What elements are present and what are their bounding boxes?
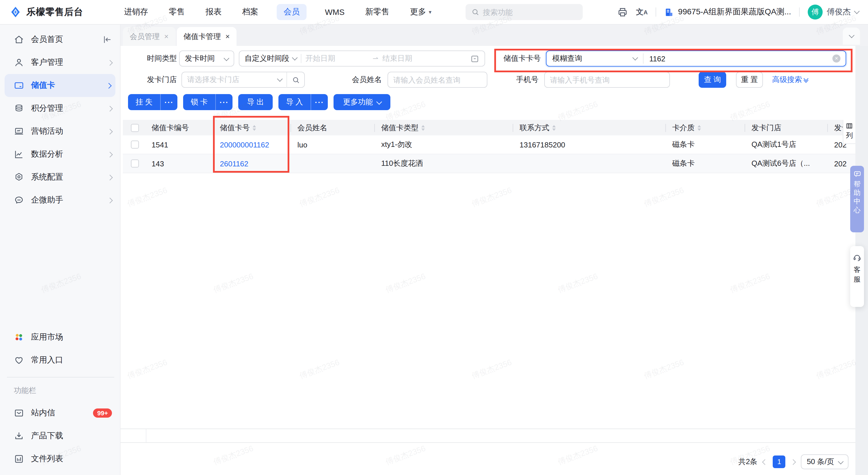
time-type-select[interactable]: 发卡时间 <box>179 50 234 67</box>
nav-item-inventory[interactable]: 进销存 <box>122 4 150 20</box>
sidebar-item-customer-mgmt[interactable]: 客户管理 <box>0 51 120 74</box>
sidebar-item-member-home[interactable]: 会员首页 <box>0 28 120 51</box>
row-checkbox[interactable] <box>131 141 139 148</box>
phone-field[interactable] <box>544 72 670 88</box>
global-search[interactable] <box>466 4 583 20</box>
help-center-button[interactable]: 帮助中心 <box>850 166 864 232</box>
card-no-input[interactable] <box>644 54 832 63</box>
select-all-cell <box>123 120 148 135</box>
customer-service-label: 客服 <box>854 265 861 284</box>
column-settings-button[interactable]: 列 <box>843 120 856 144</box>
nav-item-wms[interactable]: WMS <box>322 5 347 20</box>
nav-item-reports[interactable]: 报表 <box>203 4 224 20</box>
close-icon[interactable]: × <box>164 33 168 40</box>
cell-card-no-link[interactable]: 2601162 <box>213 154 290 173</box>
topbar: 乐檬零售后台 进销存 零售 报表 档案 会员 WMS 新零售 更多▼ 文A <box>0 0 868 25</box>
sort-icon[interactable] <box>253 125 256 131</box>
global-search-input[interactable] <box>483 8 563 16</box>
cell-card-medium: 磁条卡 <box>665 135 745 154</box>
table-scroll-strip[interactable] <box>121 429 856 443</box>
divider <box>656 7 656 16</box>
sidebar-item-stored-value-card[interactable]: 储值卡 <box>5 74 115 97</box>
tab-member-mgmt[interactable]: 会员管理 × <box>123 27 175 46</box>
col-card-medium[interactable]: 卡介质 <box>665 120 745 135</box>
printer-icon[interactable] <box>617 7 628 18</box>
start-date-placeholder[interactable]: 开始日期 <box>305 53 335 64</box>
sidebar-item-wecom-assistant[interactable]: 企微助手 <box>0 189 120 212</box>
prev-page-icon[interactable] <box>763 459 768 465</box>
page-size-select[interactable]: 50 条/页 <box>801 454 848 469</box>
cell-member-name <box>290 154 374 173</box>
translate-icon[interactable]: 文A <box>636 7 648 17</box>
cell-card-medium: 磁条卡 <box>665 154 745 173</box>
download-icon <box>14 431 24 441</box>
file-list-icon <box>14 454 24 464</box>
tab-stored-card-mgmt[interactable]: 储值卡管理 × <box>177 27 237 46</box>
import-button[interactable]: 导 入 ··· <box>278 94 328 110</box>
more-functions-button[interactable]: 更多功能 <box>334 94 391 110</box>
col-card-type[interactable]: 储值卡类型 <box>374 120 513 135</box>
search-button[interactable]: 查 询 <box>699 72 726 88</box>
user-menu[interactable]: 傅 傅俊杰 <box>808 5 859 20</box>
tab-list-dropdown[interactable] <box>843 28 860 45</box>
sidebar-item-data-analysis[interactable]: 数据分析 <box>0 143 120 166</box>
advanced-search-link[interactable]: 高级搜索 <box>772 75 808 85</box>
close-icon[interactable]: × <box>225 33 229 40</box>
sort-icon[interactable] <box>552 125 556 131</box>
action-bar: 挂 失 ··· 锁 卡 ··· 导 出 导 入 ··· 更多功能 <box>128 94 856 110</box>
sidebar-item-favorites[interactable]: 常用入口 <box>0 349 120 372</box>
sidebar-item-file-list[interactable]: 文件列表 <box>0 447 120 470</box>
clear-icon[interactable]: × <box>832 55 840 63</box>
cell-contact: 13167185200 <box>513 135 665 154</box>
report-loss-button[interactable]: 挂 失 ··· <box>128 94 177 110</box>
cell-card-type: 110长度花洒 <box>374 154 513 173</box>
select-all-checkbox[interactable] <box>131 124 139 132</box>
export-button[interactable]: 导 出 <box>238 94 273 110</box>
nav-item-member[interactable]: 会员 <box>277 4 307 20</box>
customer-service-button[interactable]: 客服 <box>850 246 864 307</box>
match-mode-select[interactable]: 模糊查询 <box>547 53 643 64</box>
col-issue-store[interactable]: 发卡门店 <box>745 120 827 135</box>
sidebar-collapse-icon[interactable] <box>102 34 112 45</box>
next-page-icon[interactable] <box>790 459 796 465</box>
search-icon[interactable] <box>287 75 304 84</box>
nav-item-retail[interactable]: 零售 <box>166 4 187 20</box>
col-contact[interactable]: 联系方式 <box>513 120 665 135</box>
sidebar-item-site-mail[interactable]: 站内信 99+ <box>0 402 120 425</box>
sort-icon[interactable] <box>422 125 425 131</box>
more-options-icon[interactable]: ··· <box>215 94 232 110</box>
date-range-control[interactable]: 自定义时间段 开始日期 ⇀ 结束日期 <box>239 50 485 67</box>
reset-button[interactable]: 重 置 <box>736 72 763 88</box>
org-switcher[interactable]: 99675-A组新界面果蔬版QA测... <box>664 7 791 17</box>
date-range-mode-select[interactable]: 自定义时间段 <box>245 53 297 64</box>
sidebar-item-product-download[interactable]: 产品下载 <box>0 425 120 447</box>
sidebar-item-marketing[interactable]: 营销活动 <box>0 120 120 143</box>
more-options-icon[interactable]: ··· <box>160 94 177 110</box>
nav-item-more[interactable]: 更多▼ <box>408 4 435 20</box>
sidebar-item-system-config[interactable]: 系统配置 <box>0 166 120 189</box>
phone-input[interactable] <box>550 75 664 84</box>
more-options-icon[interactable]: ··· <box>311 94 328 110</box>
search-icon <box>471 8 479 16</box>
page-number-button[interactable]: 1 <box>773 455 786 468</box>
col-card-id[interactable]: 储值卡编号 <box>148 120 213 135</box>
cell-card-no-link[interactable]: 200000001162 <box>213 135 290 154</box>
end-date-placeholder[interactable]: 结束日期 <box>382 53 412 64</box>
lock-card-button[interactable]: 锁 卡 ··· <box>183 94 232 110</box>
sidebar-item-points-mgmt[interactable]: 积分管理 <box>0 97 120 120</box>
member-name-field[interactable] <box>388 72 487 88</box>
member-name-input[interactable] <box>393 75 482 84</box>
chevron-down-icon <box>224 55 229 61</box>
col-card-no[interactable]: 储值卡号 <box>213 120 290 135</box>
col-member-name[interactable]: 会员姓名 <box>290 120 374 135</box>
nav-item-new-retail[interactable]: 新零售 <box>363 4 392 20</box>
sidebar-item-app-market[interactable]: 应用市场 <box>0 326 120 349</box>
cell-member-name: luo <box>290 135 374 154</box>
row-checkbox[interactable] <box>131 160 139 168</box>
sort-icon[interactable] <box>698 125 701 131</box>
nav-item-archives[interactable]: 档案 <box>240 4 260 20</box>
store-select[interactable]: 请选择发卡门店 <box>181 72 305 88</box>
chevron-right-icon <box>107 106 113 111</box>
chat-icon <box>14 195 24 205</box>
sidebar: 会员首页 客户管理 储值卡 <box>0 25 121 475</box>
